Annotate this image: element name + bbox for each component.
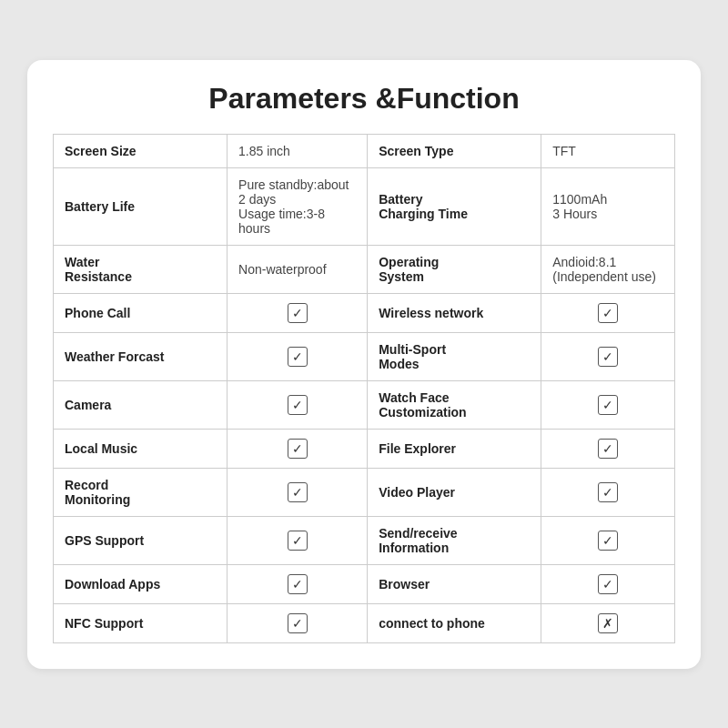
left-value-0: 1.85 inch bbox=[228, 134, 368, 167]
left-value-10: ✓ bbox=[228, 603, 368, 642]
check-icon: ✓ bbox=[598, 439, 618, 459]
parameters-card: Parameters &Function Screen Size1.85 inc… bbox=[27, 60, 701, 669]
right-label-1: Battery Charging Time bbox=[368, 167, 541, 245]
right-value-5: ✓ bbox=[541, 380, 675, 429]
right-label-2: Operating System bbox=[368, 245, 541, 293]
table-row: GPS Support✓Send/receive Information✓ bbox=[54, 516, 675, 564]
left-value-1: Pure standby:about 2 days Usage time:3-8… bbox=[228, 167, 368, 245]
left-label-6: Local Music bbox=[54, 429, 228, 468]
left-value-3: ✓ bbox=[228, 293, 368, 332]
right-value-8: ✓ bbox=[541, 516, 675, 564]
right-label-5: Watch Face Customization bbox=[368, 380, 541, 429]
check-icon: ✓ bbox=[598, 482, 618, 502]
check-icon: ✓ bbox=[288, 395, 308, 415]
left-value-7: ✓ bbox=[228, 468, 368, 516]
table-row: Battery LifePure standby:about 2 days Us… bbox=[54, 167, 675, 245]
left-label-0: Screen Size bbox=[54, 134, 228, 167]
table-row: Weather Forcast✓Multi-Sport Modes✓ bbox=[54, 332, 675, 380]
check-icon: ✓ bbox=[598, 531, 618, 551]
check-icon: ✓ bbox=[598, 395, 618, 415]
left-value-6: ✓ bbox=[228, 429, 368, 468]
table-row: Water ResistanceNon-waterproofOperating … bbox=[54, 245, 675, 293]
right-value-9: ✓ bbox=[541, 564, 675, 603]
left-value-2: Non-waterproof bbox=[228, 245, 368, 293]
table-row: Record Monitoring✓Video Player✓ bbox=[54, 468, 675, 516]
check-icon: ✓ bbox=[288, 439, 308, 459]
left-value-8: ✓ bbox=[228, 516, 368, 564]
left-label-1: Battery Life bbox=[54, 167, 228, 245]
right-value-0: TFT bbox=[541, 134, 675, 167]
left-label-4: Weather Forcast bbox=[54, 332, 228, 380]
right-value-1: 1100mAh 3 Hours bbox=[541, 167, 675, 245]
check-icon: ✓ bbox=[288, 482, 308, 502]
left-value-5: ✓ bbox=[228, 380, 368, 429]
left-label-7: Record Monitoring bbox=[54, 468, 228, 516]
right-label-8: Send/receive Information bbox=[368, 516, 541, 564]
check-icon: ✓ bbox=[288, 574, 308, 594]
check-icon: ✓ bbox=[288, 347, 308, 367]
left-label-8: GPS Support bbox=[54, 516, 228, 564]
right-value-2: Andioid:8.1 (Independent use) bbox=[541, 245, 675, 293]
table-row: Screen Size1.85 inchScreen TypeTFT bbox=[54, 134, 675, 167]
left-label-2: Water Resistance bbox=[54, 245, 228, 293]
table-row: Download Apps✓Browser✓ bbox=[54, 564, 675, 603]
right-label-9: Browser bbox=[368, 564, 541, 603]
check-icon: ✓ bbox=[288, 531, 308, 551]
right-label-0: Screen Type bbox=[368, 134, 541, 167]
right-label-4: Multi-Sport Modes bbox=[368, 332, 541, 380]
check-icon: ✓ bbox=[288, 303, 308, 323]
right-label-10: connect to phone bbox=[368, 603, 541, 642]
right-label-6: File Explorer bbox=[368, 429, 541, 468]
left-value-9: ✓ bbox=[228, 564, 368, 603]
table-row: NFC Support✓connect to phone✗ bbox=[54, 603, 675, 642]
right-value-4: ✓ bbox=[541, 332, 675, 380]
check-icon: ✓ bbox=[598, 574, 618, 594]
parameters-table: Screen Size1.85 inchScreen TypeTFTBatter… bbox=[53, 134, 675, 643]
right-label-3: Wireless network bbox=[368, 293, 541, 332]
right-value-7: ✓ bbox=[541, 468, 675, 516]
cross-icon: ✗ bbox=[598, 613, 618, 633]
right-value-6: ✓ bbox=[541, 429, 675, 468]
table-row: Local Music✓File Explorer✓ bbox=[54, 429, 675, 468]
left-label-5: Camera bbox=[54, 380, 228, 429]
right-value-10: ✗ bbox=[541, 603, 675, 642]
right-label-7: Video Player bbox=[368, 468, 541, 516]
check-icon: ✓ bbox=[598, 347, 618, 367]
right-value-3: ✓ bbox=[541, 293, 675, 332]
table-row: Phone Call✓Wireless network✓ bbox=[54, 293, 675, 332]
left-label-10: NFC Support bbox=[54, 603, 228, 642]
page-title: Parameters &Function bbox=[53, 82, 675, 116]
table-row: Camera✓Watch Face Customization✓ bbox=[54, 380, 675, 429]
left-label-3: Phone Call bbox=[54, 293, 228, 332]
check-icon: ✓ bbox=[288, 613, 308, 633]
left-value-4: ✓ bbox=[228, 332, 368, 380]
left-label-9: Download Apps bbox=[54, 564, 228, 603]
check-icon: ✓ bbox=[598, 303, 618, 323]
